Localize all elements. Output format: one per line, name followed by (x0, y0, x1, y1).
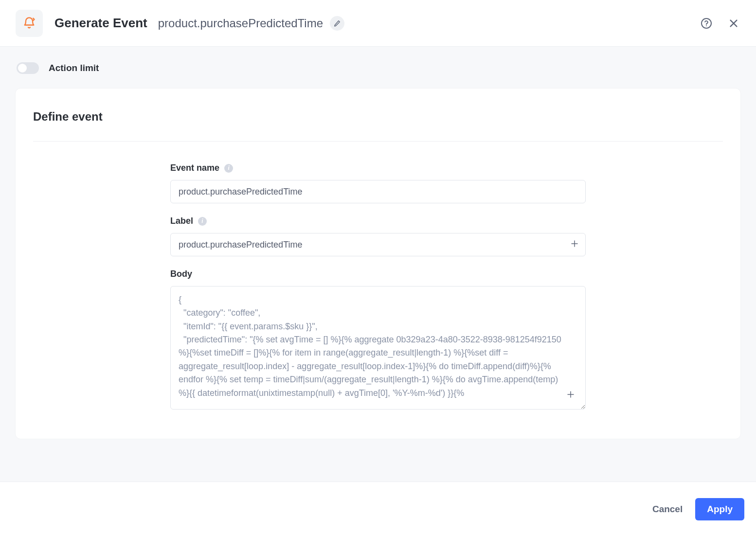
info-icon[interactable]: i (224, 164, 233, 173)
event-form: Event name i Label i Body (170, 163, 586, 411)
header: Generate Event product.purchasePredicted… (0, 0, 756, 47)
body-label: Body (170, 269, 192, 279)
close-icon (728, 18, 739, 29)
label-input[interactable] (170, 233, 586, 256)
action-limit-toggle[interactable] (17, 62, 39, 74)
plus-icon (566, 390, 575, 399)
apply-button[interactable]: Apply (695, 498, 744, 520)
body-textarea[interactable] (170, 286, 586, 410)
page-subtitle: product.purchasePredictedTime (158, 17, 323, 30)
card-title: Define event (33, 110, 723, 124)
info-icon[interactable]: i (198, 217, 207, 226)
label-input-wrap (170, 233, 586, 256)
generate-event-icon (16, 10, 43, 37)
label-add-button[interactable] (570, 239, 579, 250)
action-limit-row: Action limit (17, 62, 740, 74)
cancel-button[interactable]: Cancel (652, 504, 683, 515)
label-field-label: Label (170, 216, 193, 226)
page-title: Generate Event (54, 16, 147, 31)
pencil-icon (334, 20, 341, 27)
action-limit-label: Action limit (49, 63, 99, 73)
body-label-row: Body (170, 269, 586, 279)
event-name-input[interactable] (170, 180, 586, 203)
footer: Cancel Apply (0, 482, 756, 536)
plus-icon (570, 239, 579, 248)
help-icon (701, 18, 712, 29)
event-name-label-row: Event name i (170, 163, 586, 173)
define-event-card: Define event Event name i Label i (16, 89, 740, 439)
body-add-button[interactable] (566, 390, 575, 401)
divider (33, 141, 723, 142)
label-field-label-row: Label i (170, 216, 586, 226)
content-area: Action limit Define event Event name i L… (0, 47, 756, 454)
close-button[interactable] (727, 17, 740, 30)
edit-title-button[interactable] (330, 16, 344, 31)
body-textarea-wrap (170, 286, 586, 411)
event-name-label: Event name (170, 163, 219, 173)
help-button[interactable] (700, 17, 713, 30)
